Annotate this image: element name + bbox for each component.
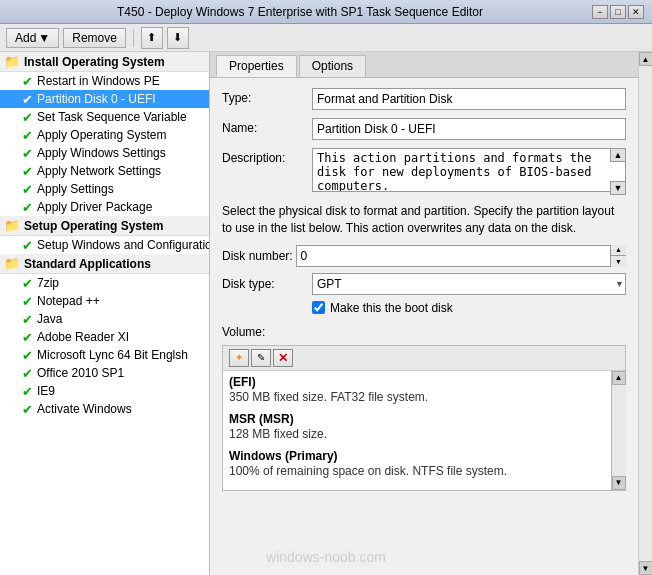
- tree-item-set-task-var[interactable]: ✔ Set Task Sequence Variable: [0, 108, 209, 126]
- check-icon: ✔: [22, 330, 33, 345]
- tree-item-label: 7zip: [37, 276, 59, 290]
- tree-item-label: Restart in Windows PE: [37, 74, 160, 88]
- type-row: Type:: [222, 88, 626, 110]
- tree-item-activate-windows[interactable]: ✔ Activate Windows: [0, 400, 209, 418]
- properties-panel: Type: Name: Description: This action par…: [210, 78, 638, 575]
- right-panel-scrollbar: ▲ ▼: [638, 52, 652, 575]
- volume-scrollbar: ▲ ▼: [611, 371, 625, 490]
- minimize-button[interactable]: −: [592, 5, 608, 19]
- name-label: Name:: [222, 118, 312, 135]
- remove-button[interactable]: Remove: [63, 28, 126, 48]
- tree-item-partition-disk[interactable]: ✔ Partition Disk 0 - UEFI: [0, 90, 209, 108]
- spinner-down-button[interactable]: ▼: [611, 256, 626, 267]
- tree-item-office[interactable]: ✔ Office 2010 SP1: [0, 364, 209, 382]
- right-scroll-down[interactable]: ▼: [639, 561, 653, 575]
- tree-item-apply-driver[interactable]: ✔ Apply Driver Package: [0, 198, 209, 216]
- tree-item-apply-win-settings[interactable]: ✔ Apply Windows Settings: [0, 144, 209, 162]
- volume-scroll-down[interactable]: ▼: [612, 476, 626, 490]
- add-button[interactable]: Add ▼: [6, 28, 59, 48]
- volume-entry-efi[interactable]: (EFI) 350 MB fixed size. FAT32 file syst…: [229, 375, 605, 404]
- tree-item-setup-windows[interactable]: ✔ Setup Windows and Configuration: [0, 236, 209, 254]
- disk-number-input[interactable]: [296, 245, 626, 267]
- boot-disk-checkbox[interactable]: [312, 301, 325, 314]
- volume-header: ✦ ✎ ✕: [223, 346, 625, 371]
- description-textarea[interactable]: This action partitions and formats the d…: [312, 148, 626, 192]
- spinner-up-button[interactable]: ▲: [611, 245, 626, 257]
- disk-number-row: Disk number: ▲ ▼: [222, 245, 626, 267]
- name-input[interactable]: [312, 118, 626, 140]
- disk-number-wrapper: ▲ ▼: [296, 245, 626, 267]
- tree-item-7zip[interactable]: ✔ 7zip: [0, 274, 209, 292]
- name-row: Name:: [222, 118, 626, 140]
- disk-number-label: Disk number:: [222, 249, 296, 263]
- move-down-icon: ⬇: [173, 31, 182, 44]
- volume-add-button[interactable]: ✦: [229, 349, 249, 367]
- tree-item-apply-settings[interactable]: ✔ Apply Settings: [0, 180, 209, 198]
- volume-edit-button[interactable]: ✎: [251, 349, 271, 367]
- volume-remove-button[interactable]: ✕: [273, 349, 293, 367]
- disk-number-spinner: ▲ ▼: [610, 245, 626, 267]
- check-icon: ✔: [22, 74, 33, 89]
- tab-properties[interactable]: Properties: [216, 55, 297, 77]
- disk-type-label: Disk type:: [222, 277, 312, 291]
- description-row: Description: This action partitions and …: [222, 148, 626, 195]
- section-setup-os: 📁 Setup Operating System: [0, 216, 209, 236]
- tree-item-label: Microsoft Lync 64 Bit Englsh: [37, 348, 188, 362]
- tab-bar: Properties Options: [210, 52, 638, 78]
- tab-options[interactable]: Options: [299, 55, 366, 77]
- textarea-scroll-down[interactable]: ▼: [610, 181, 626, 195]
- window-controls: − □ ✕: [592, 5, 644, 19]
- tree-item-java[interactable]: ✔ Java: [0, 310, 209, 328]
- close-button[interactable]: ✕: [628, 5, 644, 19]
- tree-item-label: Apply Driver Package: [37, 200, 152, 214]
- maximize-button[interactable]: □: [610, 5, 626, 19]
- volume-desc: 100% of remaining space on disk. NTFS fi…: [229, 464, 605, 478]
- volume-entry-msr[interactable]: MSR (MSR) 128 MB fixed size.: [229, 412, 605, 441]
- check-icon: ✔: [22, 348, 33, 363]
- tree-item-restart-winpe[interactable]: ✔ Restart in Windows PE: [0, 72, 209, 90]
- tree-item-apply-os[interactable]: ✔ Apply Operating System: [0, 126, 209, 144]
- folder-icon: 📁: [4, 54, 20, 69]
- description-label: Description:: [222, 148, 312, 165]
- check-icon: ✔: [22, 182, 33, 197]
- disk-type-row: Disk type: GPT MBR ▼: [222, 273, 626, 295]
- section-standard-apps-label: Standard Applications: [24, 257, 151, 271]
- move-up-icon: ⬆: [147, 31, 156, 44]
- move-down-button[interactable]: ⬇: [167, 27, 189, 49]
- tree-item-label: Partition Disk 0 - UEFI: [37, 92, 156, 106]
- dropdown-arrow-icon: ▼: [38, 31, 50, 45]
- tree-item-label: Java: [37, 312, 62, 326]
- info-text: Select the physical disk to format and p…: [222, 203, 626, 237]
- name-value-wrapper: [312, 118, 626, 140]
- boot-disk-label: Make this the boot disk: [330, 301, 453, 315]
- volume-entry-windows[interactable]: Windows (Primary) 100% of remaining spac…: [229, 449, 605, 478]
- description-value-wrapper: This action partitions and formats the d…: [312, 148, 626, 195]
- main-layout: 📁 Install Operating System ✔ Restart in …: [0, 52, 652, 575]
- volume-scroll-up[interactable]: ▲: [612, 371, 626, 385]
- volume-section: ✦ ✎ ✕ (EFI) 350 MB fixed size. FAT32 fil…: [222, 345, 626, 491]
- tree-item-label: Setup Windows and Configuration: [37, 238, 209, 252]
- volume-desc: 350 MB fixed size. FAT32 file system.: [229, 390, 605, 404]
- disk-type-select-wrapper: GPT MBR ▼: [312, 273, 626, 295]
- volume-name: Windows (Primary): [229, 449, 605, 463]
- volume-list: (EFI) 350 MB fixed size. FAT32 file syst…: [223, 371, 611, 490]
- tree-item-label: Apply Windows Settings: [37, 146, 166, 160]
- tree-item-label: Office 2010 SP1: [37, 366, 124, 380]
- tree-item-adobe-reader[interactable]: ✔ Adobe Reader XI: [0, 328, 209, 346]
- check-icon: ✔: [22, 110, 33, 125]
- tree-item-lync[interactable]: ✔ Microsoft Lync 64 Bit Englsh: [0, 346, 209, 364]
- type-label: Type:: [222, 88, 312, 105]
- check-icon: ✔: [22, 92, 33, 107]
- volume-name: MSR (MSR): [229, 412, 605, 426]
- move-up-button[interactable]: ⬆: [141, 27, 163, 49]
- volume-scroll-track: [612, 385, 626, 476]
- check-icon: ✔: [22, 312, 33, 327]
- right-scroll-up[interactable]: ▲: [639, 52, 653, 66]
- tree-item-notepadpp[interactable]: ✔ Notepad ++: [0, 292, 209, 310]
- section-setup-os-label: Setup Operating System: [24, 219, 163, 233]
- textarea-scroll-up[interactable]: ▲: [610, 148, 626, 162]
- tree-item-apply-net-settings[interactable]: ✔ Apply Network Settings: [0, 162, 209, 180]
- disk-type-select[interactable]: GPT MBR: [312, 273, 626, 295]
- tree-item-ie9[interactable]: ✔ IE9: [0, 382, 209, 400]
- type-input[interactable]: [312, 88, 626, 110]
